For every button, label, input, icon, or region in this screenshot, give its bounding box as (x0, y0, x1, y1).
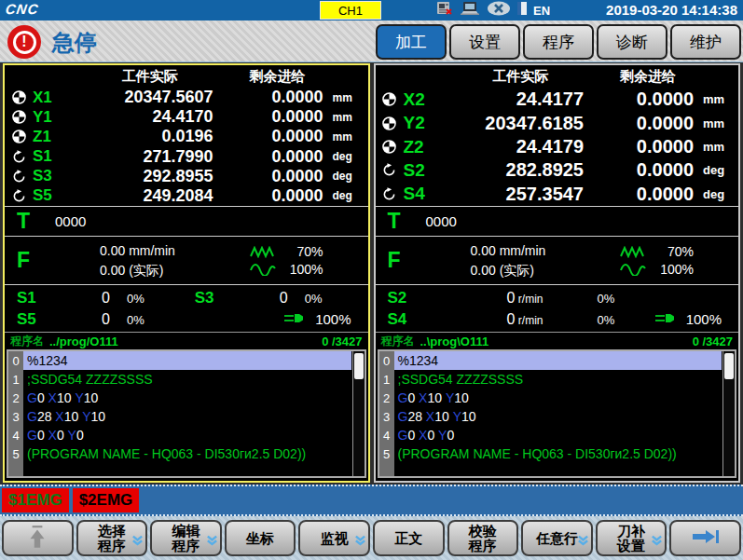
axis-actual-value: 271.7990 (77, 147, 223, 167)
code-number: 0 (37, 390, 48, 405)
axis-remain-value: 0.0000 (593, 159, 703, 181)
program-header: 程序名 ..\prog\O111 0 /3427 (376, 332, 739, 349)
softkey-monitor[interactable]: 监视 (298, 520, 370, 556)
axis-table-header: 工件实际 剩余进给 (5, 65, 368, 88)
code-number: 0 (447, 428, 454, 443)
spindle-override-pct: 100% (315, 311, 351, 327)
program-line-4[interactable]: 4G0 X0 Y0 (8, 426, 351, 444)
chevron-down-icon (577, 534, 589, 549)
axis-unit: mm (703, 116, 738, 130)
tab-program[interactable]: 程序 (523, 24, 594, 60)
alarm-badge: $2EMG (73, 488, 140, 512)
axis-name: S4 (404, 184, 448, 204)
program-line-1[interactable]: 1;SSDG54 ZZZZSSSS (8, 370, 351, 389)
column-header-actual: 工件实际 (77, 68, 223, 86)
code-address: X (419, 428, 427, 443)
softkey-back[interactable] (2, 520, 74, 556)
axis-actual-value: 249.2084 (77, 186, 223, 206)
code-number: 10 (434, 409, 452, 424)
spindle-display: S20 r/min0%S40 r/min0%100% (376, 285, 739, 332)
spindle-speed: 0 r/min (427, 290, 543, 307)
axis-position-icon (5, 90, 33, 104)
program-line-text: G0 X0 Y0 (394, 426, 722, 444)
program-line-4[interactable]: 4G0 X0 Y0 (379, 426, 722, 444)
axis-rotation-icon (5, 189, 33, 203)
axis-name: X2 (404, 89, 448, 110)
tab-settings[interactable]: 设置 (449, 24, 520, 60)
column-header-actual: 工件实际 (448, 68, 594, 86)
softkey-any-line[interactable]: 任意行 (521, 520, 593, 556)
tab-diagnosis[interactable]: 诊断 (597, 24, 667, 60)
tab-machining[interactable]: 加工 (376, 24, 447, 60)
program-scrollbar[interactable] (352, 351, 365, 476)
program-scrollbar[interactable] (722, 351, 735, 476)
axis-actual-value: 24.4177 (448, 89, 594, 110)
spindle-speed: 0 (56, 290, 110, 307)
softkey-next[interactable] (669, 520, 741, 556)
status-header: ! 急停 加工设置程序诊断维护 (0, 20, 743, 62)
axis-remain-value: 0.0000 (593, 113, 703, 134)
softkey-edit-program[interactable]: 编辑 程序 (150, 520, 222, 556)
spindle-name: S1 (17, 289, 56, 307)
tool-display: T 0000 (5, 207, 368, 237)
tab-maintenance[interactable]: 维护 (670, 24, 741, 60)
program-line-5[interactable]: 5(PROGRAM NAME - HQ063 - DI530ги2.5 D02)… (379, 444, 722, 463)
axis-name: S3 (33, 167, 77, 185)
program-line-2[interactable]: 2G0 X10 Y10 (379, 389, 722, 407)
axis-name: S2 (404, 160, 448, 181)
softkey-label: 编辑 程序 (172, 524, 200, 553)
code-address: G (27, 409, 37, 424)
code-address: Y (68, 428, 76, 443)
code-address: X (419, 390, 427, 405)
feed-override-icon (249, 264, 286, 276)
softkey-text[interactable]: 正文 (373, 520, 445, 556)
softkey-label: 校验 程序 (469, 524, 497, 553)
program-line-5[interactable]: 5(PROGRAM NAME - HQ063 - DI530ги2.5 D02)… (8, 444, 351, 463)
axis-position-icon (5, 110, 33, 124)
language-indicator[interactable]: EN (533, 4, 550, 18)
softkey-verify-program[interactable]: 校验 程序 (447, 520, 519, 556)
chevron-down-icon (354, 534, 366, 549)
program-line-3[interactable]: 3G28 X10 Y10 (8, 407, 351, 426)
program-line-3[interactable]: 3G28 X10 Y10 (379, 407, 722, 426)
spindle-speed: 0 (234, 290, 288, 307)
line-number: 0 (8, 354, 23, 368)
softkey-tool-comp[interactable]: 刀补 设置 (596, 520, 667, 556)
machine-status-icon (436, 1, 453, 20)
axis-unit: mm (703, 92, 738, 106)
axis-actual-value: 20347.5607 (77, 88, 223, 107)
code-number: 0 (37, 428, 48, 443)
axis-rotation-icon (5, 150, 33, 164)
rapid-override-icon (249, 246, 286, 258)
softkey-select-program[interactable]: 选择 程序 (76, 520, 148, 556)
rapid-override-icon (619, 246, 656, 258)
program-line-text: (PROGRAM NAME - HQ063 - DI530ги2.5 D02)) (23, 444, 351, 463)
axis-remain-value: 0.0000 (223, 147, 333, 167)
spindle-override-icon (283, 311, 308, 328)
spindle-load-pct: 0% (127, 313, 144, 327)
code-number: 28 (37, 409, 55, 424)
spindle-name: S3 (195, 289, 234, 307)
program-line-0[interactable]: 0%1234 (379, 351, 722, 370)
program-line-2[interactable]: 2G0 X10 Y10 (8, 389, 351, 407)
feed-label: F (5, 248, 44, 273)
program-scrollbar-thumb[interactable] (724, 353, 734, 379)
spindle-override: 100% (183, 311, 361, 328)
axis-row-x1: X120347.56070.0000mm (5, 88, 368, 107)
program-line-text: G0 X10 Y10 (23, 389, 351, 407)
line-number: 1 (379, 373, 394, 387)
softkey-coordinates[interactable]: 坐标 (225, 520, 296, 556)
channel-tab[interactable]: CH1 (320, 1, 381, 20)
program-line-text: %1234 (394, 351, 722, 370)
program-line-text: (PROGRAM NAME - HQ063 - DI530ги2.5 D02)) (394, 444, 722, 463)
program-line-1[interactable]: 1;SSDG54 ZZZZSSSS (379, 370, 722, 389)
code-number: 10 (57, 390, 75, 405)
program-scrollbar-thumb[interactable] (354, 353, 364, 379)
program-line-0[interactable]: 0%1234 (8, 351, 351, 370)
program-name-label: 程序名 (10, 334, 44, 349)
axis-rotation-icon (5, 170, 33, 184)
softkey-label: 选择 程序 (98, 524, 126, 553)
spindle-name: S5 (17, 310, 56, 329)
code-number: 0 (407, 428, 419, 443)
program-line-text: G28 X10 Y10 (23, 407, 351, 426)
